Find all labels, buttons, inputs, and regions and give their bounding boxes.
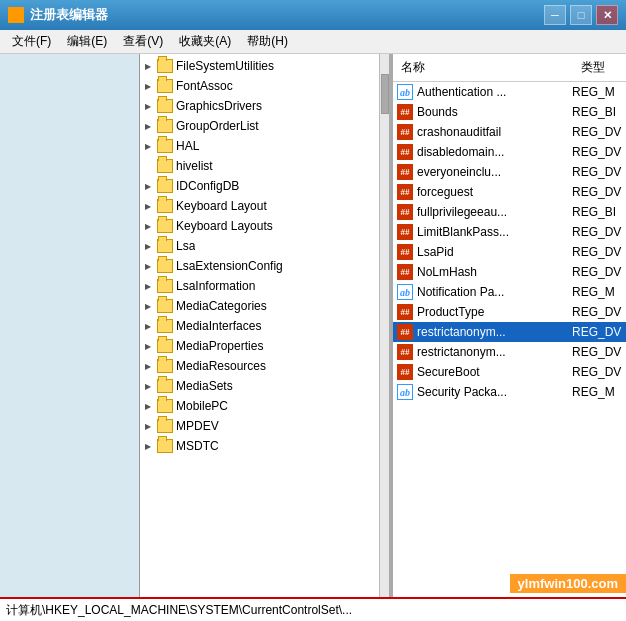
- menu-item-编辑(E)[interactable]: 编辑(E): [59, 30, 115, 53]
- tree-item[interactable]: ▶MobilePC: [140, 396, 379, 416]
- reg-type: REG_DV: [572, 245, 622, 259]
- expand-arrow-icon: ▶: [142, 200, 154, 212]
- dword-icon: ##: [397, 184, 413, 200]
- expand-arrow-icon: ▶: [142, 260, 154, 272]
- reg-item[interactable]: ##LimitBlankPass...REG_DV: [393, 222, 626, 242]
- tree-item[interactable]: ▶LsaInformation: [140, 276, 379, 296]
- reg-item[interactable]: abAuthentication ...REG_M: [393, 82, 626, 102]
- tree-item[interactable]: ▶MediaResources: [140, 356, 379, 376]
- reg-name: restrictanonym...: [417, 345, 572, 359]
- col-header-type[interactable]: 类型: [577, 57, 622, 78]
- folder-icon: [157, 99, 173, 113]
- tree-item[interactable]: ▶Lsa: [140, 236, 379, 256]
- menu-item-文件(F)[interactable]: 文件(F): [4, 30, 59, 53]
- reg-item[interactable]: ##restrictanonym...REG_DV: [393, 322, 626, 342]
- tree-item[interactable]: ▶Keyboard Layout: [140, 196, 379, 216]
- reg-type: REG_DV: [572, 365, 622, 379]
- reg-type: REG_BI: [572, 205, 622, 219]
- reg-type: REG_M: [572, 85, 622, 99]
- maximize-button[interactable]: □: [570, 5, 592, 25]
- reg-name: SecureBoot: [417, 365, 572, 379]
- close-button[interactable]: ✕: [596, 5, 618, 25]
- dword-icon: ##: [397, 264, 413, 280]
- dword-icon: ##: [397, 164, 413, 180]
- expand-arrow-icon: ▶: [142, 380, 154, 392]
- tree-item[interactable]: ▶HAL: [140, 136, 379, 156]
- reg-name: fullprivilegeeau...: [417, 205, 572, 219]
- reg-item[interactable]: ##SecureBootREG_DV: [393, 362, 626, 382]
- title-bar-controls: ─ □ ✕: [544, 5, 618, 25]
- tree-item[interactable]: ▶IDConfigDB: [140, 176, 379, 196]
- tree-list[interactable]: ▶FileSystemUtilities▶FontAssoc▶GraphicsD…: [140, 54, 379, 597]
- reg-type: REG_DV: [572, 225, 622, 239]
- ab-icon: ab: [397, 84, 413, 100]
- tree-item-label: IDConfigDB: [176, 179, 239, 193]
- right-list[interactable]: abAuthentication ...REG_M##BoundsREG_BI#…: [393, 82, 626, 597]
- tree-item[interactable]: ▶MediaCategories: [140, 296, 379, 316]
- tree-item[interactable]: ▶FileSystemUtilities: [140, 56, 379, 76]
- reg-item[interactable]: ##BoundsREG_BI: [393, 102, 626, 122]
- expand-arrow-icon: ▶: [142, 420, 154, 432]
- tree-item[interactable]: ▶MediaInterfaces: [140, 316, 379, 336]
- watermark: ylmfwin100.com: [510, 574, 626, 593]
- reg-name: LimitBlankPass...: [417, 225, 572, 239]
- reg-type: REG_DV: [572, 145, 622, 159]
- tree-item[interactable]: ▶Keyboard Layouts: [140, 216, 379, 236]
- minimize-button[interactable]: ─: [544, 5, 566, 25]
- ab-icon: ab: [397, 384, 413, 400]
- reg-type: REG_DV: [572, 165, 622, 179]
- reg-name: Security Packa...: [417, 385, 572, 399]
- expand-arrow-icon: ▶: [142, 140, 154, 152]
- menu-item-帮助(H)[interactable]: 帮助(H): [239, 30, 296, 53]
- title-text: 注册表编辑器: [30, 6, 108, 24]
- folder-icon: [157, 299, 173, 313]
- expand-arrow-icon: ▶: [142, 100, 154, 112]
- tree-scroll-thumb[interactable]: [381, 74, 389, 114]
- title-bar: 注册表编辑器 ─ □ ✕: [0, 0, 626, 30]
- reg-item[interactable]: ##crashonauditfailREG_DV: [393, 122, 626, 142]
- tree-item-label: MPDEV: [176, 419, 219, 433]
- tree-item-label: GraphicsDrivers: [176, 99, 262, 113]
- tree-item[interactable]: hivelist: [140, 156, 379, 176]
- reg-name: LsaPid: [417, 245, 572, 259]
- folder-icon: [157, 119, 173, 133]
- tree-item-label: MediaResources: [176, 359, 266, 373]
- menu-item-收藏夹(A)[interactable]: 收藏夹(A): [171, 30, 239, 53]
- status-bar: 计算机\HKEY_LOCAL_MACHINE\SYSTEM\CurrentCon…: [0, 597, 626, 621]
- reg-item[interactable]: ##everyoneinclu...REG_DV: [393, 162, 626, 182]
- reg-item[interactable]: ##restrictanonym...REG_DV: [393, 342, 626, 362]
- reg-item[interactable]: abSecurity Packa...REG_M: [393, 382, 626, 402]
- tree-item[interactable]: ▶GraphicsDrivers: [140, 96, 379, 116]
- dword-icon: ##: [397, 344, 413, 360]
- tree-item[interactable]: ▶MediaProperties: [140, 336, 379, 356]
- tree-scrollbar[interactable]: [379, 54, 389, 597]
- tree-item[interactable]: ▶MPDEV: [140, 416, 379, 436]
- folder-icon: [157, 399, 173, 413]
- reg-item[interactable]: ##fullprivilegeeau...REG_BI: [393, 202, 626, 222]
- reg-item[interactable]: ##disabledomain...REG_DV: [393, 142, 626, 162]
- tree-gutter: [0, 54, 140, 597]
- reg-item[interactable]: abNotification Pa...REG_M: [393, 282, 626, 302]
- tree-item[interactable]: ▶GroupOrderList: [140, 116, 379, 136]
- tree-item-label: MSDTC: [176, 439, 219, 453]
- expand-arrow-icon: [142, 160, 154, 172]
- tree-item[interactable]: ▶MediaSets: [140, 376, 379, 396]
- reg-item[interactable]: ##LsaPidREG_DV: [393, 242, 626, 262]
- reg-name: ProductType: [417, 305, 572, 319]
- reg-name: Authentication ...: [417, 85, 572, 99]
- tree-item[interactable]: ▶FontAssoc: [140, 76, 379, 96]
- reg-item[interactable]: ##forceguestREG_DV: [393, 182, 626, 202]
- tree-item[interactable]: ▶LsaExtensionConfig: [140, 256, 379, 276]
- reg-name: restrictanonym...: [417, 325, 572, 339]
- main-content: ▶FileSystemUtilities▶FontAssoc▶GraphicsD…: [0, 54, 626, 597]
- reg-type: REG_DV: [572, 345, 622, 359]
- expand-arrow-icon: ▶: [142, 300, 154, 312]
- reg-item[interactable]: ##NoLmHashREG_DV: [393, 262, 626, 282]
- dword-icon: ##: [397, 224, 413, 240]
- col-header-name[interactable]: 名称: [397, 57, 577, 78]
- tree-item[interactable]: ▶MSDTC: [140, 436, 379, 456]
- menu-item-查看(V)[interactable]: 查看(V): [115, 30, 171, 53]
- dword-icon: ##: [397, 244, 413, 260]
- reg-item[interactable]: ##ProductTypeREG_DV: [393, 302, 626, 322]
- tree-item-label: MobilePC: [176, 399, 228, 413]
